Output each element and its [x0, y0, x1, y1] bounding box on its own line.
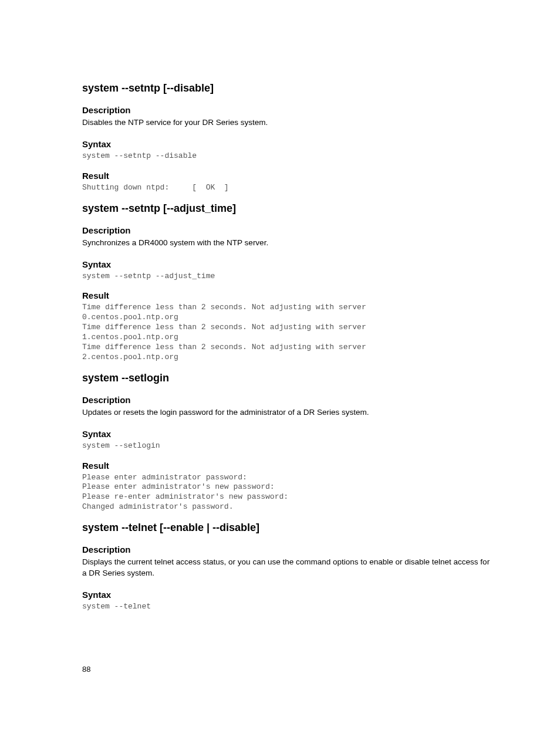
result-heading: Result — [82, 461, 495, 471]
section-title: system --setntp [--disable] — [82, 82, 495, 94]
description-heading: Description — [82, 545, 495, 554]
document-page: system --setntp [--disable] Description … — [0, 0, 560, 744]
page-number: 88 — [82, 665, 90, 674]
syntax-code: system --telnet — [82, 602, 495, 612]
description-text: Disables the NTP service for your DR Ser… — [82, 117, 495, 128]
result-heading: Result — [82, 290, 495, 300]
syntax-code: system --setntp --adjust_time — [82, 272, 495, 282]
syntax-heading: Syntax — [82, 259, 495, 269]
result-heading: Result — [82, 171, 495, 181]
section-title: system --telnet [--enable | --disable] — [82, 522, 495, 534]
description-heading: Description — [82, 225, 495, 235]
description-heading: Description — [82, 395, 495, 405]
description-text: Displays the current telnet access statu… — [82, 557, 495, 579]
section-title: system --setlogin — [82, 372, 495, 384]
syntax-code: system --setntp --disable — [82, 151, 495, 161]
syntax-heading: Syntax — [82, 429, 495, 439]
syntax-heading: Syntax — [82, 139, 495, 149]
result-code: Shutting down ntpd: [ OK ] — [82, 183, 495, 193]
section-title: system --setntp [--adjust_time] — [82, 202, 495, 215]
description-text: Synchronizes a DR4000 system with the NT… — [82, 238, 495, 249]
syntax-code: system --setlogin — [82, 441, 495, 451]
result-code: Time difference less than 2 seconds. Not… — [82, 303, 495, 362]
description-text: Updates or resets the login password for… — [82, 407, 495, 418]
result-code: Please enter administrator password: Ple… — [82, 473, 495, 513]
syntax-heading: Syntax — [82, 590, 495, 600]
description-heading: Description — [82, 105, 495, 115]
